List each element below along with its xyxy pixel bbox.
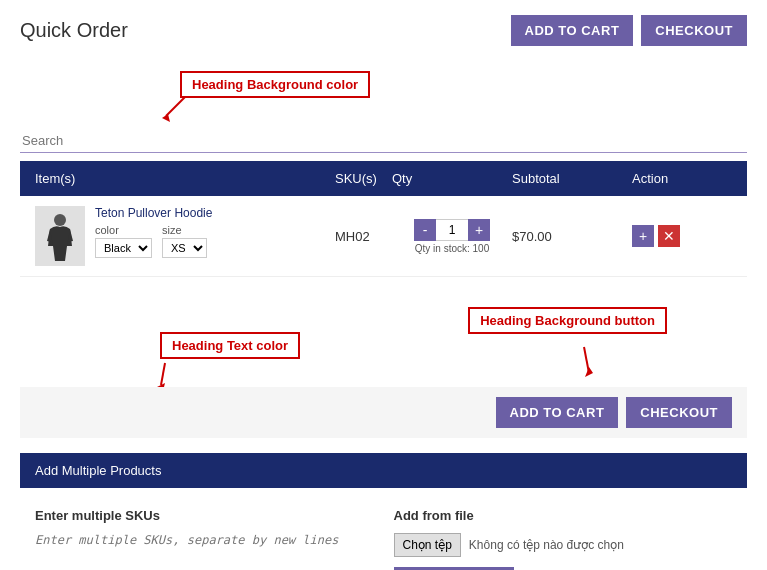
col-qty: Qty xyxy=(392,171,512,186)
col-skus: SKU(s) xyxy=(335,171,392,186)
item-details: Teton Pullover Hoodie color Black size X… xyxy=(95,206,212,258)
annotation-arrow-bg-color xyxy=(158,94,188,124)
search-input[interactable] xyxy=(20,129,747,153)
add-multiple-right: Add from file Chọn tệp Không có tệp nào … xyxy=(394,508,733,570)
color-option: color Black xyxy=(95,224,152,258)
qty-cell: - + Qty in stock: 100 xyxy=(392,219,512,254)
file-row: Chọn tệp Không có tệp nào được chọn xyxy=(394,533,733,557)
svg-point-2 xyxy=(54,214,66,226)
enter-skus-title: Enter multiple SKUs xyxy=(35,508,374,523)
col-action: Action xyxy=(632,171,732,186)
color-select[interactable]: Black xyxy=(95,238,152,258)
col-items: Item(s) xyxy=(35,171,335,186)
choose-file-button[interactable]: Chọn tệp xyxy=(394,533,461,557)
page-title: Quick Order xyxy=(20,19,128,42)
qty-controls: - + xyxy=(414,219,490,241)
add-multiple-container: Enter multiple SKUs Add from file Chọn t… xyxy=(20,488,747,570)
sku-cell: MH02 xyxy=(335,229,392,244)
action-add-button[interactable]: + xyxy=(632,225,654,247)
action-remove-button[interactable]: ✕ xyxy=(658,225,680,247)
svg-marker-4 xyxy=(585,367,593,377)
header-checkout-button[interactable]: CHECKOUT xyxy=(641,15,747,46)
qty-decrease-button[interactable]: - xyxy=(414,219,436,241)
annotation-heading-bg-button: Heading Background button xyxy=(468,307,667,334)
size-select[interactable]: XS xyxy=(162,238,207,258)
annotation-heading-text-color: Heading Text color xyxy=(160,332,300,359)
color-label: color xyxy=(95,224,152,236)
bottom-bar: ADD TO CART CHECKOUT xyxy=(20,387,747,438)
svg-line-5 xyxy=(161,363,165,385)
header-add-to-cart-button[interactable]: ADD TO CART xyxy=(511,15,634,46)
add-multiple-left: Enter multiple SKUs xyxy=(35,508,374,570)
item-cell: Teton Pullover Hoodie color Black size X… xyxy=(35,206,335,266)
header-buttons: ADD TO CART CHECKOUT xyxy=(511,15,747,46)
qty-increase-button[interactable]: + xyxy=(468,219,490,241)
size-option: size XS xyxy=(162,224,207,258)
bottom-checkout-button[interactable]: CHECKOUT xyxy=(626,397,732,428)
table-header: Item(s) SKU(s) Qty Subtotal Action xyxy=(20,161,747,196)
qty-input[interactable] xyxy=(436,219,468,241)
file-status: Không có tệp nào được chọn xyxy=(469,538,624,552)
annotation-heading-bg-color: Heading Background color xyxy=(180,71,370,98)
annotation-arrow-bg-button xyxy=(569,345,599,380)
add-from-file-title: Add from file xyxy=(394,508,733,523)
section-header-title: Add Multiple Products xyxy=(35,463,161,478)
bottom-add-to-cart-button[interactable]: ADD TO CART xyxy=(496,397,619,428)
item-options: color Black size XS xyxy=(95,224,212,258)
enter-skus-textarea[interactable] xyxy=(35,533,374,570)
size-label: size xyxy=(162,224,207,236)
item-image xyxy=(35,206,85,266)
add-multiple-section-header: Add Multiple Products xyxy=(20,453,747,488)
subtotal-cell: $70.00 xyxy=(512,229,632,244)
search-row xyxy=(20,121,747,161)
col-subtotal: Subtotal xyxy=(512,171,632,186)
table-row: Teton Pullover Hoodie color Black size X… xyxy=(20,196,747,277)
bottom-bar-buttons: ADD TO CART CHECKOUT xyxy=(496,397,732,428)
qty-stock: Qty in stock: 100 xyxy=(415,243,489,254)
page-header: Quick Order ADD TO CART CHECKOUT xyxy=(20,15,747,46)
item-name: Teton Pullover Hoodie xyxy=(95,206,212,220)
svg-line-0 xyxy=(166,96,186,116)
action-cell: + ✕ xyxy=(632,225,732,247)
